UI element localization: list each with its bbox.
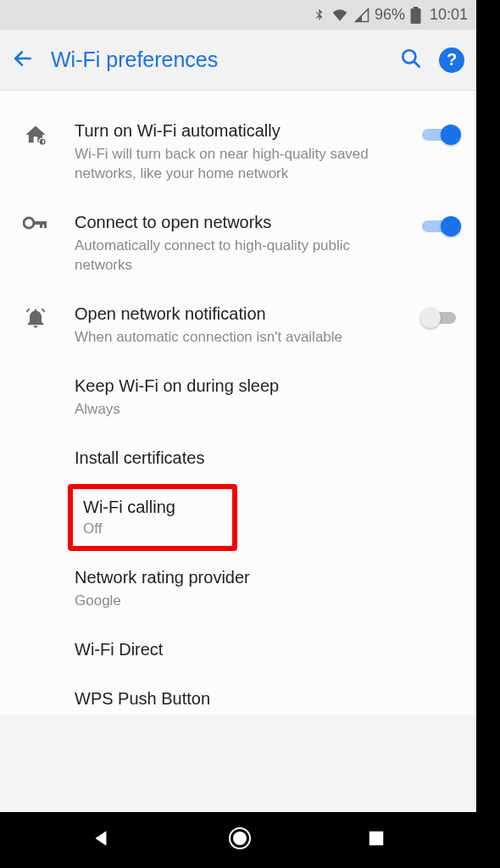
setting-wifi-calling[interactable]: Wi-Fi calling Off xyxy=(68,484,237,551)
battery-percent: 96% xyxy=(375,6,405,24)
toggle-open-networks[interactable] xyxy=(422,216,459,236)
key-icon xyxy=(23,214,48,235)
setting-title: Install certificates xyxy=(75,447,459,469)
setting-sub: Always xyxy=(75,400,459,420)
svg-line-4 xyxy=(414,61,419,67)
toggle-open-notification[interactable] xyxy=(422,308,459,328)
setting-title: Wi-Fi Direct xyxy=(75,638,459,660)
setting-title: Keep Wi-Fi on during sleep xyxy=(75,375,459,397)
frame-edge xyxy=(476,0,500,868)
clock: 10:01 xyxy=(430,6,468,24)
nav-recent-button[interactable] xyxy=(367,829,386,851)
bluetooth-icon xyxy=(313,7,325,24)
battery-icon xyxy=(410,7,421,24)
setting-title: Network rating provider xyxy=(75,566,459,588)
setting-auto-wifi[interactable]: Turn on Wi-Fi automatically Wi-Fi will t… xyxy=(0,106,476,198)
setting-title: Open network notification xyxy=(75,303,398,325)
svg-point-11 xyxy=(233,832,247,845)
setting-wifi-sleep[interactable]: Keep Wi-Fi on during sleep Always xyxy=(0,361,476,433)
setting-sub: Automatically connect to high-quality pu… xyxy=(75,236,398,275)
back-button[interactable] xyxy=(12,47,34,73)
setting-title: Turn on Wi-Fi automatically xyxy=(75,120,398,142)
navigation-bar xyxy=(0,812,476,868)
setting-open-notification[interactable]: Open network notification When automatic… xyxy=(0,289,476,361)
settings-list: Turn on Wi-Fi automatically Wi-Fi will t… xyxy=(0,91,476,715)
setting-wifi-direct[interactable]: Wi-Fi Direct xyxy=(0,625,476,674)
svg-rect-1 xyxy=(413,7,418,9)
setting-sub: Google xyxy=(75,592,459,611)
setting-sub: Off xyxy=(83,520,222,537)
setting-sub: When automatic connection isn't availabl… xyxy=(75,328,398,348)
setting-wps[interactable]: WPS Push Button xyxy=(0,674,476,715)
status-bar: 96% 10:01 xyxy=(0,0,476,30)
setting-title: WPS Push Button xyxy=(75,687,459,709)
app-bar: Wi-Fi preferences ? xyxy=(0,30,476,91)
bell-icon xyxy=(24,306,47,333)
svg-rect-8 xyxy=(40,221,42,228)
setting-rating-provider[interactable]: Network rating provider Google xyxy=(0,553,476,625)
setting-title: Connect to open networks xyxy=(75,211,398,233)
setting-install-certs[interactable]: Install certificates xyxy=(0,433,476,482)
nav-back-button[interactable] xyxy=(91,827,113,853)
svg-point-6 xyxy=(24,218,34,228)
toggle-auto-wifi[interactable] xyxy=(422,125,459,145)
setting-open-networks[interactable]: Connect to open networks Automatically c… xyxy=(0,198,476,289)
search-button[interactable] xyxy=(400,47,422,73)
wifi-icon xyxy=(331,8,349,23)
setting-sub: Wi-Fi will turn back on near high-qualit… xyxy=(75,145,398,184)
signal-icon xyxy=(354,8,369,23)
home-icon xyxy=(24,123,47,150)
page-title: Wi-Fi preferences xyxy=(51,47,383,72)
nav-home-button[interactable] xyxy=(227,826,253,854)
svg-rect-12 xyxy=(369,832,383,846)
svg-rect-9 xyxy=(44,221,47,228)
setting-title: Wi-Fi calling xyxy=(83,498,222,517)
svg-rect-0 xyxy=(410,8,420,24)
screen: 96% 10:01 Wi-Fi preferences ? Turn on Wi… xyxy=(0,0,476,868)
help-button[interactable]: ? xyxy=(439,47,464,73)
